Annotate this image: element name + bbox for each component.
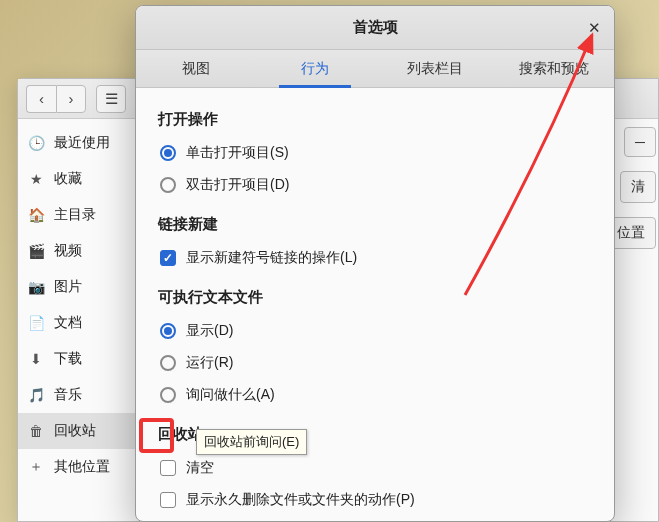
sidebar-item-documents[interactable]: 📄文档 bbox=[18, 305, 141, 341]
music-icon: 🎵 bbox=[28, 387, 44, 403]
close-icon: ✕ bbox=[588, 19, 601, 37]
sidebar-item-downloads[interactable]: ⬇下载 bbox=[18, 341, 141, 377]
sidebar-item-label: 其他位置 bbox=[54, 458, 110, 476]
close-button[interactable]: ✕ bbox=[582, 16, 606, 40]
sidebar-item-starred[interactable]: ★收藏 bbox=[18, 161, 141, 197]
checkbox-show-symlink[interactable]: ✓ bbox=[160, 250, 176, 266]
dialog-body: 打开操作 单击打开项目(S) 双击打开项目(D) 链接新建 ✓显示新建符号链接的… bbox=[136, 88, 614, 522]
tab-list-columns[interactable]: 列表栏目 bbox=[375, 50, 495, 87]
checkbox-ask-before-empty[interactable] bbox=[160, 460, 176, 476]
sidebar-item-home[interactable]: 🏠主目录 bbox=[18, 197, 141, 233]
sidebar-item-videos[interactable]: 🎬视频 bbox=[18, 233, 141, 269]
option-label: 显示永久删除文件或文件夹的动作(P) bbox=[186, 491, 415, 509]
dialog-header: 首选项 ✕ bbox=[136, 6, 614, 50]
plus-icon: ＋ bbox=[28, 458, 44, 476]
radio-exec-run[interactable] bbox=[160, 355, 176, 371]
option-label: 询问做什么(A) bbox=[186, 386, 275, 404]
download-icon: ⬇ bbox=[28, 351, 44, 367]
tab-view[interactable]: 视图 bbox=[136, 50, 256, 87]
trash-icon: 🗑 bbox=[28, 423, 44, 439]
sidebar-item-label: 主目录 bbox=[54, 206, 96, 224]
option-label: 运行(R) bbox=[186, 354, 233, 372]
dialog-title: 首选项 bbox=[353, 18, 398, 37]
radio-exec-ask[interactable] bbox=[160, 387, 176, 403]
tab-bar: 视图 行为 列表栏目 搜索和预览 bbox=[136, 50, 614, 88]
back-button[interactable]: ‹ bbox=[26, 85, 56, 113]
option-label: 双击打开项目(D) bbox=[186, 176, 289, 194]
list-button[interactable]: ☰ bbox=[96, 85, 126, 113]
sidebar-item-label: 最近使用 bbox=[54, 134, 110, 152]
tab-search-preview[interactable]: 搜索和预览 bbox=[495, 50, 615, 87]
option-label: 清空 bbox=[186, 459, 214, 477]
sidebar-item-label: 下载 bbox=[54, 350, 82, 368]
sidebar-item-other[interactable]: ＋其他位置 bbox=[18, 449, 141, 485]
checkbox-show-delete-permanently[interactable] bbox=[160, 492, 176, 508]
home-icon: 🏠 bbox=[28, 207, 44, 223]
document-icon: 📄 bbox=[28, 315, 44, 331]
section-link-create: 链接新建 bbox=[158, 215, 592, 234]
section-open-action: 打开操作 bbox=[158, 110, 592, 129]
star-icon: ★ bbox=[28, 171, 44, 187]
sidebar-item-label: 回收站 bbox=[54, 422, 96, 440]
option-label: 单击打开项目(S) bbox=[186, 144, 289, 162]
empty-button[interactable]: 清 bbox=[620, 171, 656, 203]
sidebar-item-label: 视频 bbox=[54, 242, 82, 260]
sidebar: 🕒最近使用 ★收藏 🏠主目录 🎬视频 📷图片 📄文档 ⬇下载 🎵音乐 🗑回收站 … bbox=[18, 119, 142, 521]
option-label: 显示新建符号链接的操作(L) bbox=[186, 249, 357, 267]
sidebar-item-label: 音乐 bbox=[54, 386, 82, 404]
forward-button[interactable]: › bbox=[56, 85, 86, 113]
radio-double-click[interactable] bbox=[160, 177, 176, 193]
sidebar-item-recent[interactable]: 🕒最近使用 bbox=[18, 125, 141, 161]
sidebar-item-trash[interactable]: 🗑回收站 bbox=[18, 413, 141, 449]
sidebar-item-label: 图片 bbox=[54, 278, 82, 296]
section-executable: 可执行文本文件 bbox=[158, 288, 592, 307]
radio-single-click[interactable] bbox=[160, 145, 176, 161]
sidebar-item-pictures[interactable]: 📷图片 bbox=[18, 269, 141, 305]
option-label: 显示(D) bbox=[186, 322, 233, 340]
sidebar-item-label: 文档 bbox=[54, 314, 82, 332]
sidebar-item-label: 收藏 bbox=[54, 170, 82, 188]
radio-exec-display[interactable] bbox=[160, 323, 176, 339]
tooltip: 回收站前询问(E) bbox=[196, 429, 307, 455]
sidebar-item-music[interactable]: 🎵音乐 bbox=[18, 377, 141, 413]
minimize-button[interactable]: ─ bbox=[624, 127, 656, 157]
camera-icon: 📷 bbox=[28, 279, 44, 295]
tab-behavior[interactable]: 行为 bbox=[256, 50, 376, 87]
video-icon: 🎬 bbox=[28, 243, 44, 259]
clock-icon: 🕒 bbox=[28, 135, 44, 151]
